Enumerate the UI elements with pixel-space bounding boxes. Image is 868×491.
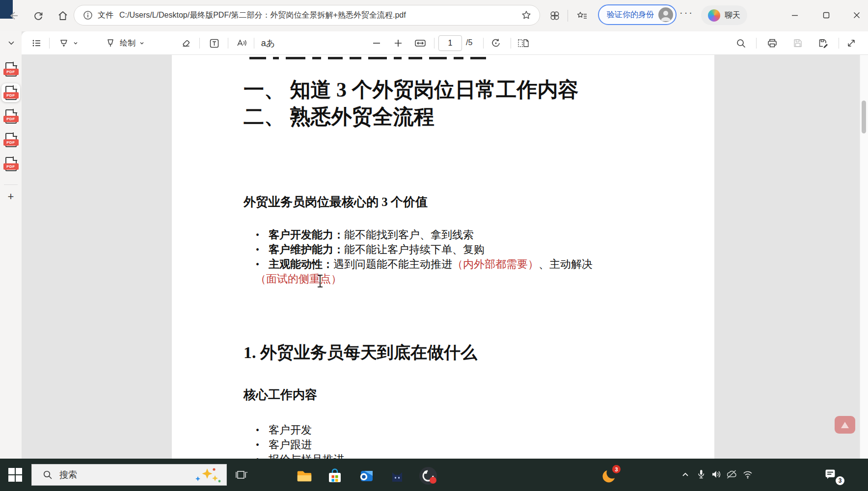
bullet-tail: 、主动解决: [539, 257, 593, 272]
pdf-file-icon: PDF: [5, 109, 17, 124]
obs-recording-dot: [430, 477, 436, 484]
pdf-tab-3[interactable]: PDF: [1, 107, 20, 126]
scrollbar-thumb[interactable]: [862, 101, 866, 133]
dark-app-button[interactable]: [386, 465, 408, 487]
bullet-text: 客户跟进: [269, 438, 312, 452]
page-total-label: /5: [466, 38, 472, 47]
fit-to-width-button[interactable]: [411, 34, 429, 52]
pdf-tab-1[interactable]: PDF: [1, 60, 20, 78]
page-view-button[interactable]: [515, 34, 532, 52]
microphone-tray-icon[interactable]: [693, 465, 709, 484]
back-button[interactable]: [3, 5, 25, 26]
notification-icon: [824, 468, 837, 480]
copilot-chat-button[interactable]: 聊天: [701, 5, 747, 25]
verify-identity-button[interactable]: 验证你的身份: [598, 4, 677, 25]
toolbar-separator: [483, 38, 484, 49]
pdf-tab-5[interactable]: PDF: [1, 155, 20, 173]
network-tray-icon[interactable]: [739, 465, 756, 484]
bullet-dot: •: [256, 244, 269, 256]
bullet-dot: •: [256, 425, 269, 436]
maximize-button[interactable]: [815, 4, 838, 26]
page-info-icon[interactable]: [83, 10, 93, 20]
pdf-tab-2-active[interactable]: PDF: [1, 83, 20, 102]
bullet-dot: •: [256, 230, 269, 241]
browser-top-bar: 文件 C:/Users/L/Desktop/最终版PDF/第二部分：外贸岗位全景…: [0, 0, 868, 32]
clipped-text-line: [249, 55, 544, 59]
verify-identity-label: 验证你的身份: [607, 10, 654, 20]
bullet-text: 客户开发: [269, 423, 312, 438]
diagonal-expand-icon: [846, 38, 856, 48]
translate-button[interactable]: aあ: [257, 34, 279, 52]
two-page-view-icon: [517, 38, 529, 48]
read-aloud-icon: [236, 38, 247, 49]
microsoft-store-button[interactable]: [324, 465, 346, 487]
doc-title: 一、 知道 3 个外贸岗位日常工作内容 二、 熟悉外贸全流程: [244, 77, 579, 130]
favorites-list-icon: [577, 10, 588, 21]
rotate-button[interactable]: [487, 34, 505, 52]
highlight-button[interactable]: [53, 34, 84, 52]
obs-button[interactable]: [417, 465, 439, 487]
bullet-item-clipped: • 报价与样品推进: [256, 452, 344, 459]
read-aloud-button[interactable]: [233, 34, 250, 52]
toc-button[interactable]: [28, 34, 46, 52]
weather-tray-button[interactable]: 3: [599, 465, 621, 486]
task-view-button[interactable]: [231, 464, 252, 486]
address-bar[interactable]: 文件 C:/Users/L/Desktop/最终版PDF/第二部分：外贸岗位全景…: [74, 5, 540, 26]
onedrive-tray-icon[interactable]: [723, 465, 740, 484]
favorites-bar-button[interactable]: [572, 5, 592, 26]
toolbar-separator: [511, 38, 511, 49]
outlook-button[interactable]: [355, 465, 377, 487]
notification-center-button[interactable]: 3: [821, 465, 843, 485]
close-icon: [853, 12, 860, 19]
bullet-text: 报价与样品推进: [269, 452, 344, 459]
volume-tray-icon[interactable]: [708, 465, 725, 484]
add-text-button[interactable]: [205, 34, 223, 52]
task-view-icon: [235, 469, 248, 481]
highlighter-icon: [58, 38, 69, 49]
refresh-button[interactable]: [27, 5, 49, 26]
favorite-star-icon[interactable]: [521, 10, 532, 21]
toolbar-separator: [434, 38, 434, 49]
acrobat-extension-button[interactable]: [835, 416, 855, 434]
pdf-file-icon: PDF: [5, 86, 17, 100]
close-button[interactable]: [845, 4, 868, 26]
collapse-tabs-button[interactable]: [4, 35, 19, 50]
print-button[interactable]: [763, 34, 781, 52]
draw-button[interactable]: 绘制: [96, 34, 153, 52]
search-placeholder: 搜索: [59, 469, 77, 481]
text-cursor: [317, 275, 324, 287]
expand-button[interactable]: [842, 34, 860, 52]
notification-badge: 3: [836, 476, 844, 485]
home-button[interactable]: [52, 5, 74, 26]
pdf-tab-4[interactable]: PDF: [1, 130, 20, 149]
search-document-button[interactable]: [732, 34, 750, 52]
save-as-button[interactable]: [814, 34, 832, 52]
fit-width-icon: [414, 38, 426, 48]
windows-logo-icon: [8, 468, 22, 482]
zoom-out-button[interactable]: [368, 34, 385, 52]
minimize-button[interactable]: [784, 4, 806, 26]
zoom-in-button[interactable]: [389, 34, 407, 52]
bullet-text: 能不能让客户持续下单、复购: [344, 242, 485, 257]
plus-icon: [394, 39, 403, 48]
cloud-slash-icon: [726, 469, 737, 479]
erase-button[interactable]: [177, 34, 195, 52]
browser-menu-button[interactable]: ···: [679, 7, 694, 18]
bullet-item: • 主观能动性： 遇到问题能不能主动推进 （内外部都需要） 、主动解决: [256, 257, 593, 272]
bullet-item: • 客户维护能力： 能不能让客户持续下单、复购: [256, 242, 485, 257]
text-box-icon: [209, 38, 219, 49]
pdf-toolbar: 绘制 aあ /5: [22, 31, 868, 55]
browser-essentials-button[interactable]: [545, 5, 565, 26]
minimize-icon: [791, 12, 798, 19]
url-scheme-label: 文件: [98, 10, 113, 21]
pen-icon: [105, 38, 116, 49]
taskbar-search-box[interactable]: 搜索: [31, 464, 227, 486]
store-icon: [326, 467, 344, 485]
page-number-input[interactable]: [438, 35, 462, 51]
file-explorer-button[interactable]: [294, 465, 315, 487]
start-button[interactable]: [0, 459, 30, 491]
new-tab-button[interactable]: +: [3, 189, 18, 204]
acrobat-icon: [841, 422, 849, 428]
tray-overflow-button[interactable]: [677, 465, 694, 484]
refresh-icon: [33, 10, 44, 21]
